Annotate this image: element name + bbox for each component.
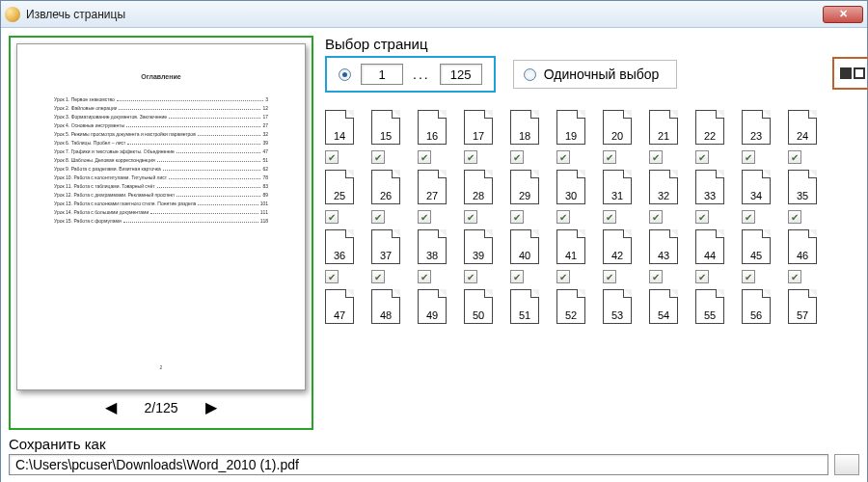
page-thumbnail[interactable]: 28 [464,170,493,204]
range-from-input[interactable] [361,64,403,85]
page-checkbox[interactable]: ✔ [695,150,709,164]
page-thumbnail[interactable]: 21 [649,110,678,145]
page-checkbox[interactable]: ✔ [418,270,431,283]
page-thumbnail[interactable]: 45 [742,229,771,264]
page-thumbnail[interactable]: 16 [418,110,447,145]
page-thumbnail[interactable]: 35 [788,170,817,204]
page-checkbox[interactable]: ✔ [418,210,431,224]
toc-list: Урок 1. Первое знакомство3Урок 2. Файлов… [54,94,268,227]
toc-entry: Урок 2. Файловые операции12 [54,105,268,111]
page-thumbnail[interactable]: 41 [556,229,585,264]
page-checkbox[interactable]: ✔ [371,150,385,164]
page-thumbnail[interactable]: 50 [464,289,493,324]
page-checkbox[interactable]: ✔ [464,150,477,164]
page-thumbnail[interactable]: 19 [556,110,585,145]
page-checkbox[interactable]: ✔ [603,150,616,164]
page-checkbox[interactable]: ✔ [325,210,339,224]
page-thumbnail[interactable]: 40 [510,229,539,264]
toc-entry: Урок 14. Работа с большими документами11… [54,209,268,215]
page-thumbnail[interactable]: 34 [742,170,771,204]
page-checkbox[interactable]: ✔ [649,150,663,164]
close-button[interactable]: ✕ [823,6,863,23]
page-thumbnail[interactable]: 56 [742,289,771,324]
page-thumbnail[interactable]: 44 [695,229,724,264]
page-thumbnail[interactable]: 33 [695,170,724,204]
page-checkbox[interactable]: ✔ [603,270,616,283]
page-thumbnail[interactable]: 57 [788,289,817,324]
page-thumbnail[interactable]: 39 [464,229,493,264]
range-to-input[interactable] [440,64,482,85]
toc-entry: Урок 3. Форматирование документов. Заклю… [54,114,268,120]
page-thumbnail[interactable]: 37 [371,229,400,264]
page-thumbnail[interactable]: 18 [510,110,539,145]
page-checkbox[interactable]: ✔ [371,210,385,224]
page-checkbox[interactable]: ✔ [788,210,801,224]
page-thumbnail[interactable]: 46 [788,229,817,264]
page-checkbox[interactable]: ✔ [603,210,616,224]
page-thumbnail[interactable]: 14 [325,110,354,145]
page-thumbnail[interactable]: 30 [556,170,585,204]
page-checkbox[interactable]: ✔ [418,150,431,164]
page-checkbox[interactable]: ✔ [742,150,755,164]
save-as-label: Сохранить как [9,436,859,452]
page-thumbnail[interactable]: 52 [556,289,585,324]
page-thumbnail[interactable]: 47 [325,289,354,324]
page-thumbnail[interactable]: 24 [788,110,817,145]
page-checkbox[interactable]: ✔ [371,270,385,283]
toc-entry: Урок 7. Графики и текстовые эффекты. Объ… [54,148,268,154]
single-selector[interactable]: Одиночный выбор [513,60,678,89]
page-checkbox[interactable]: ✔ [556,210,570,224]
browse-button[interactable] [834,454,859,475]
save-row: Сохранить как [1,434,867,482]
page-thumbnail[interactable]: 27 [418,170,447,204]
page-checkbox[interactable]: ✔ [556,150,570,164]
page-checkbox[interactable]: ✔ [325,270,339,283]
page-preview: Оглавление Урок 1. Первое знакомство3Уро… [16,43,306,390]
page-checkbox[interactable]: ✔ [464,210,477,224]
page-checkbox[interactable]: ✔ [510,150,524,164]
page-thumbnail[interactable]: 54 [649,289,678,324]
page-thumbnail[interactable]: 23 [742,110,771,145]
page-checkbox[interactable]: ✔ [788,150,801,164]
page-thumbnail[interactable]: 29 [510,170,539,204]
page-checkbox[interactable]: ✔ [742,210,755,224]
page-checkbox[interactable]: ✔ [788,270,801,283]
page-checkbox[interactable]: ✔ [510,210,524,224]
page-thumbnail[interactable]: 51 [510,289,539,324]
single-selector-label: Одиночный выбор [544,67,660,82]
selection-panel: Выбор страниц ... Одиночный выбор 141516… [325,36,868,430]
page-checkbox[interactable]: ✔ [695,270,709,283]
next-page-button[interactable]: ▶ [205,398,217,416]
page-thumbnail[interactable]: 22 [695,110,724,145]
page-checkbox[interactable]: ✔ [649,270,663,283]
page-thumbnail[interactable]: 31 [603,170,632,204]
page-thumbnail[interactable]: 20 [603,110,632,145]
view-mode-toggle[interactable] [832,57,868,90]
page-checkbox[interactable]: ✔ [325,150,339,164]
page-checkbox[interactable]: ✔ [695,210,709,224]
save-path-input[interactable] [9,454,828,475]
page-thumbnail[interactable]: 17 [464,110,493,145]
page-thumbnail[interactable]: 36 [325,229,354,264]
single-radio[interactable] [524,68,536,81]
page-thumbnail[interactable]: 26 [371,170,400,204]
page-checkbox[interactable]: ✔ [742,270,755,283]
page-thumbnail[interactable]: 42 [603,229,632,264]
page-thumbnail[interactable]: 38 [418,229,447,264]
page-checkbox[interactable]: ✔ [649,210,663,224]
page-thumbnail[interactable]: 25 [325,170,354,204]
page-thumbnail[interactable]: 49 [418,289,447,324]
toc-entry: Урок 11. Работа с таблицами. Товарный сч… [54,183,268,189]
page-thumbnail[interactable]: 32 [649,170,678,204]
page-checkbox[interactable]: ✔ [510,270,524,283]
page-thumbnail[interactable]: 15 [371,110,400,145]
prev-page-button[interactable]: ◀ [105,398,117,416]
range-separator: ... [413,67,430,82]
page-thumbnail[interactable]: 55 [695,289,724,324]
page-thumbnail[interactable]: 53 [603,289,632,324]
page-thumbnail[interactable]: 43 [649,229,678,264]
page-checkbox[interactable]: ✔ [464,270,477,283]
range-radio[interactable] [339,68,351,81]
page-checkbox[interactable]: ✔ [556,270,570,283]
page-thumbnail[interactable]: 48 [371,289,400,324]
